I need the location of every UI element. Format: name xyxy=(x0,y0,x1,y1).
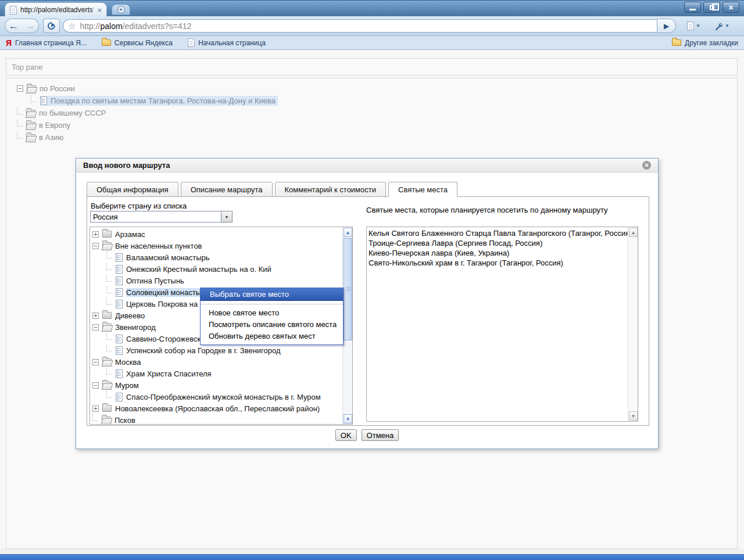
tab-general-info[interactable]: Общая информация xyxy=(87,182,178,197)
folder-icon xyxy=(102,40,111,46)
scroll-down-icon[interactable]: ▼ xyxy=(629,411,638,421)
expand-icon[interactable]: + xyxy=(92,231,99,238)
restore-button[interactable] xyxy=(703,2,720,13)
page-menu-button[interactable]: ▼ xyxy=(687,19,700,33)
chevron-down-icon: ▼ xyxy=(725,23,729,28)
forward-button[interactable]: → xyxy=(22,19,39,33)
new-tab-button[interactable]: + xyxy=(112,4,130,15)
menu-separator xyxy=(201,301,343,304)
tree-row[interactable]: Спасо-Преображенский мужской монастырь в… xyxy=(92,391,342,403)
folder-icon xyxy=(26,134,35,141)
close-button[interactable]: × xyxy=(722,2,739,13)
scroll-up-icon[interactable]: ▲ xyxy=(344,228,352,237)
list-item[interactable]: Свято-Никольский храм в г. Таганрог (Таг… xyxy=(369,258,628,268)
url-bar[interactable]: ☆ http://palom/editadverts?s=412 xyxy=(63,19,657,33)
window-resize-area xyxy=(0,549,744,554)
top-pane: Top pane xyxy=(6,58,738,76)
tree-row[interactable]: +Арзамас xyxy=(92,228,342,240)
tree-row[interactable]: Валаамский монастырь xyxy=(92,252,342,263)
combo-dropdown-button[interactable]: ▼ xyxy=(221,211,233,222)
routes-tree: − по России Поездка по святым местам Таг… xyxy=(17,82,278,143)
tree-row[interactable]: Храм Христа Спасителя xyxy=(92,368,342,379)
list-item[interactable]: Троице-Сергиева Лавра (Сергиев Посад, Ро… xyxy=(369,238,628,248)
tree-row[interactable]: Поездка по святым местам Таганрога, Рост… xyxy=(17,95,278,107)
refresh-button[interactable] xyxy=(43,19,60,33)
tree-row[interactable]: Оптина Пустынь xyxy=(92,275,342,286)
document-icon xyxy=(116,288,123,297)
tree-connector xyxy=(17,120,23,127)
menu-item-new-holy-place[interactable]: Новое святое место xyxy=(201,307,343,318)
tree-row[interactable]: −Вне населенных пунктов xyxy=(92,240,342,252)
list-item[interactable]: Келья Святого Блаженного Старца Павла Та… xyxy=(369,228,628,238)
bookmark-label: Начальная страница xyxy=(198,39,266,47)
dialog-title: Ввод нового маршрута xyxy=(83,161,170,170)
page-icon xyxy=(10,6,17,15)
minimize-button[interactable] xyxy=(684,2,701,13)
folder-icon xyxy=(27,85,36,92)
collapse-icon[interactable]: − xyxy=(92,359,99,365)
dialog-titlebar[interactable]: Ввод нового маршрута ✕ xyxy=(76,159,658,173)
scroll-down-icon[interactable]: ▼ xyxy=(344,414,352,423)
browser-tab[interactable]: http://palom/editadverts?s... × xyxy=(5,2,107,17)
bookmark-label: Сервисы Яндекса xyxy=(115,39,173,47)
menu-item-view-description[interactable]: Посмотреть описание святого места xyxy=(201,318,343,330)
tree-row[interactable]: −Муром xyxy=(92,379,342,391)
collapse-icon[interactable]: − xyxy=(17,85,23,92)
document-icon xyxy=(116,277,123,285)
chevron-down-icon: ▼ xyxy=(696,23,700,28)
ok-button[interactable]: OK xyxy=(335,429,357,441)
tree-scrollbar[interactable]: ▲ ▼ xyxy=(342,227,352,424)
expand-icon[interactable]: + xyxy=(92,313,99,319)
document-icon xyxy=(116,300,123,308)
tree-row[interactable]: +Новоалексеевка (Ярославская обл., Перес… xyxy=(92,403,342,414)
menu-item-refresh-tree[interactable]: Обновить дерево святых мест xyxy=(201,330,343,342)
document-icon xyxy=(116,393,123,401)
browser-toolbar: ← → ☆ http://palom/editadverts?s=412 ▶ ▼… xyxy=(0,16,744,36)
tree-row[interactable]: Онежский Крестный монастырь на о. Кий xyxy=(92,263,342,275)
expand-icon[interactable]: + xyxy=(92,405,99,412)
collapse-icon[interactable]: − xyxy=(92,243,99,249)
list-scrollbar[interactable]: ▲ ▼ xyxy=(628,227,638,421)
tab-holy-places[interactable]: Святые места xyxy=(388,182,457,197)
dialog-close-icon[interactable]: ✕ xyxy=(642,161,651,170)
collapse-icon[interactable]: − xyxy=(92,382,99,389)
holy-places-panel: Выберите страну из списка Россия ▼ +Арза… xyxy=(87,196,649,426)
page-icon xyxy=(188,38,195,47)
go-button[interactable]: ▶ xyxy=(657,19,676,33)
bookmark-item[interactable]: Сервисы Яндекса xyxy=(102,39,173,47)
url-text[interactable]: http://palom/editadverts?s=412 xyxy=(80,21,191,31)
bookmark-star-icon[interactable]: ☆ xyxy=(68,21,76,30)
tree-row[interactable]: Успенский собор на Городке в г. Звенигор… xyxy=(92,344,342,356)
bookmark-item[interactable]: Я Главная страница Я... xyxy=(6,38,87,48)
other-bookmarks-button[interactable]: Другие закладки xyxy=(672,39,738,47)
country-value[interactable]: Россия xyxy=(90,211,221,222)
wrench-menu-button[interactable]: ▼ xyxy=(714,19,729,33)
tab-title: http://palom/editadverts?s... xyxy=(20,6,94,14)
bookmark-item[interactable]: Начальная страница xyxy=(188,38,266,47)
tree-row[interactable]: в Азию xyxy=(17,131,278,143)
folder-open-icon xyxy=(102,242,112,249)
tab-cost-comment[interactable]: Комментарий к стоимости xyxy=(275,182,386,197)
country-combobox[interactable]: Россия ▼ xyxy=(90,211,233,222)
scrollbar-thumb[interactable] xyxy=(344,238,352,340)
bookmarks-bar: Я Главная страница Я... Сервисы Яндекса … xyxy=(0,36,744,50)
tree-row[interactable]: − по России xyxy=(17,82,278,95)
back-button[interactable]: ← xyxy=(5,19,23,33)
cancel-button[interactable]: Отмена xyxy=(362,429,399,441)
tab-route-description[interactable]: Описание маршрута xyxy=(181,182,273,197)
collapse-icon[interactable]: − xyxy=(92,324,99,331)
menu-item-select-holy-place[interactable]: Выбрать святое место xyxy=(201,288,343,301)
folder-open-icon xyxy=(102,358,112,365)
folder-open-icon xyxy=(102,324,112,331)
planned-places-list[interactable]: Келья Святого Блаженного Старца Павла Та… xyxy=(366,227,638,422)
tab-close-icon[interactable]: × xyxy=(97,6,102,14)
tree-row[interactable]: Псков xyxy=(92,414,342,425)
dialog-buttons: OK Отмена xyxy=(76,429,658,441)
tree-connector xyxy=(106,286,112,293)
scroll-up-icon[interactable]: ▲ xyxy=(629,228,638,237)
tree-row[interactable]: в Европу xyxy=(17,119,278,131)
yandex-icon: Я xyxy=(6,38,12,48)
tree-row[interactable]: −Москва xyxy=(92,356,342,368)
list-item[interactable]: Киево-Печерская лавра (Киев, Украина) xyxy=(369,248,628,258)
tree-row[interactable]: по бывшему СССР xyxy=(17,107,278,119)
